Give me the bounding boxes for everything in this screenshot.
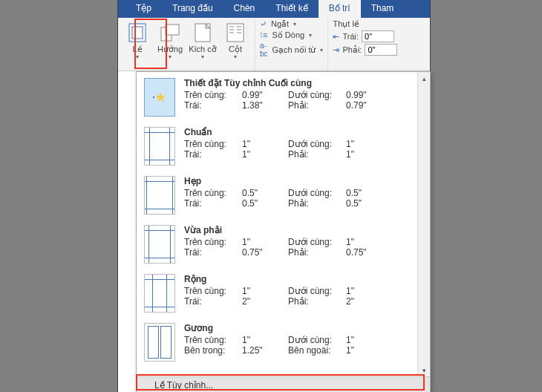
margin-preset-moderate[interactable]: Vừa phảiTrên cùng:1"Dưới cùng:1"Trái:0.7… — [137, 219, 417, 268]
tab-chèn[interactable]: Chèn — [223, 0, 266, 18]
margin-preset-mirror[interactable]: GươngTrên cùng:1"Dưới cùng:1"Bên trong:1… — [137, 317, 417, 366]
preset-name: Gương — [184, 323, 410, 333]
preset-name: Chuẩn — [184, 127, 410, 137]
scroll-up-icon[interactable]: ▴ — [418, 72, 430, 85]
columns-icon — [226, 22, 244, 43]
scroll-down-icon[interactable]: ▾ — [418, 364, 430, 376]
indent-right-label: Phải: — [342, 45, 362, 55]
orientation-button[interactable]: Hướng ▾ — [154, 21, 186, 71]
margin-preset-narrow[interactable]: HẹpTrên cùng:0.5"Dưới cùng:0.5"Trái:0.5"… — [137, 170, 417, 219]
size-icon — [195, 22, 211, 43]
breaks-icon: ⤶ — [260, 19, 267, 29]
breaks-button[interactable]: ⤶Ngắt ▾ — [260, 19, 323, 29]
indent-right-input[interactable] — [365, 44, 397, 56]
indent-left-label: Trái: — [342, 32, 359, 41]
tab-tệp[interactable]: Tệp — [125, 0, 162, 18]
indent-group: Thụt lề ⇤ Trái: ⇥ Phải: — [327, 18, 402, 71]
page-setup-small: ⤶Ngắt ▾ ⁝≡Số Dòng ▾ a-bcGạch nối từ ▾ — [255, 18, 327, 71]
preset-name: Vừa phải — [184, 225, 410, 235]
line-numbers-button[interactable]: ⁝≡Số Dòng ▾ — [260, 30, 323, 40]
line-numbers-icon: ⁝≡ — [260, 30, 267, 40]
chevron-down-icon: ▾ — [136, 53, 139, 60]
margin-preset-normal[interactable]: ChuẩnTrên cùng:1"Dưới cùng:1"Trái:1"Phải… — [137, 121, 417, 170]
indent-left-input[interactable] — [362, 30, 394, 42]
chevron-down-icon: ▾ — [309, 32, 312, 39]
size-button[interactable]: Kích cỡ ▾ — [186, 21, 219, 71]
tab-thiết kế[interactable]: Thiết kế — [265, 0, 318, 18]
chevron-down-icon: ▾ — [320, 47, 323, 53]
tab-bố trí[interactable]: Bố trí — [319, 0, 361, 18]
margins-button[interactable]: Lề ▾ — [121, 21, 154, 71]
margins-dropdown: ★Thiết đặt Tùy chỉnh Cuối cùngTrên cùng:… — [136, 71, 431, 392]
tab-tham[interactable]: Tham — [361, 0, 405, 18]
tab-trang đầu[interactable]: Trang đầu — [162, 0, 223, 18]
chevron-down-icon: ▾ — [234, 53, 237, 60]
chevron-down-icon: ▾ — [169, 53, 172, 60]
chevron-down-icon: ▾ — [201, 53, 204, 60]
scrollbar[interactable]: ▴ ▾ — [417, 72, 430, 376]
preset-name: Thiết đặt Tùy chỉnh Cuối cùng — [184, 78, 410, 88]
orientation-icon — [160, 22, 180, 43]
margins-icon — [128, 22, 146, 43]
preset-name: Hẹp — [184, 176, 410, 186]
ribbon: Lề ▾ Hướng ▾ Kích cỡ ▾ — [118, 18, 430, 71]
preset-name: Rộng — [184, 274, 410, 284]
margins-label: Lề — [132, 45, 142, 53]
svg-rect-3 — [166, 24, 179, 35]
size-label: Kích cỡ — [189, 45, 217, 53]
custom-margins-button[interactable]: Lề Tùy chỉnh... — [137, 376, 430, 392]
columns-button[interactable]: Cột ▾ — [219, 21, 252, 71]
ribbon-tabbar: TệpTrang đầuChènThiết kếBố tríTham — [118, 0, 430, 18]
margin-preset-custom[interactable]: ★Thiết đặt Tùy chỉnh Cuối cùngTrên cùng:… — [137, 72, 417, 121]
margin-preset-wide[interactable]: RộngTrên cùng:1"Dưới cùng:1"Trái:2"Phải:… — [137, 268, 417, 317]
chevron-down-icon: ▾ — [293, 21, 296, 27]
indent-left-icon: ⇤ — [333, 32, 339, 42]
hyphenation-button[interactable]: a-bcGạch nối từ ▾ — [260, 42, 323, 58]
columns-label: Cột — [229, 45, 242, 53]
hyphenation-icon: a-bc — [260, 42, 268, 58]
orientation-label: Hướng — [157, 45, 183, 53]
indent-right-icon: ⇥ — [333, 45, 339, 55]
indent-title: Thụt lề — [333, 19, 397, 29]
